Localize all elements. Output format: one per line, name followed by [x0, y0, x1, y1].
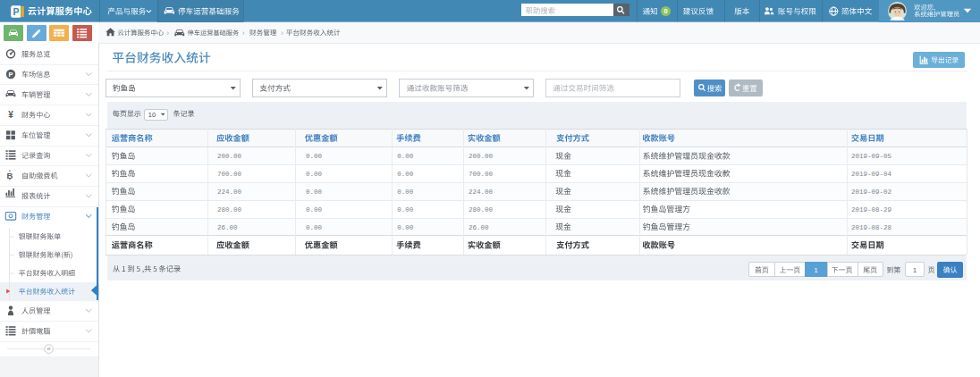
svg-text:2019-08-29: 2019-08-29 — [851, 206, 891, 214]
svg-text:280.00: 280.00 — [469, 206, 494, 214]
svg-text:0.00: 0.00 — [397, 206, 414, 214]
svg-text:700.00: 700.00 — [217, 171, 242, 178]
svg-text:2019-09-04: 2019-09-04 — [851, 171, 892, 178]
svg-text:0.00: 0.00 — [306, 171, 323, 178]
svg-text:280.00: 280.00 — [217, 206, 242, 214]
svg-text:0.00: 0.00 — [397, 171, 414, 178]
svg-text:700.00: 700.00 — [469, 171, 494, 178]
svg-text:0.00: 0.00 — [306, 206, 323, 214]
